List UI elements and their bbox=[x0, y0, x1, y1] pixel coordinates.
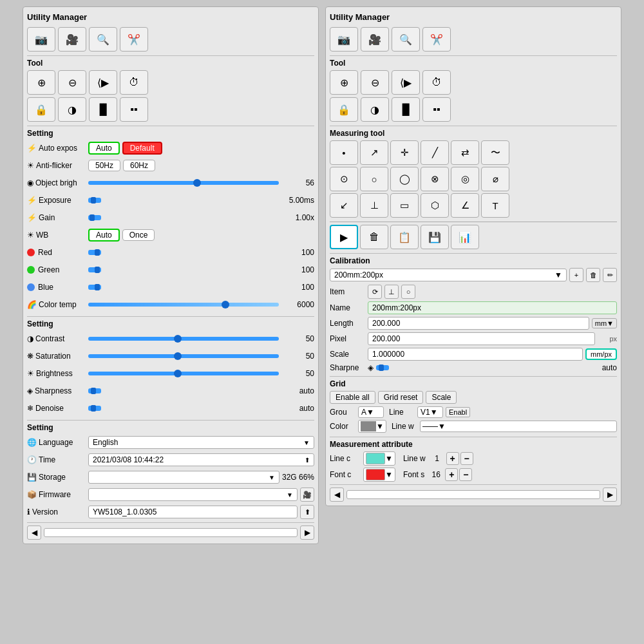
language-dropdown[interactable]: English ▼ bbox=[88, 436, 314, 449]
denoise-slider[interactable] bbox=[88, 406, 101, 411]
measure-circle2-btn[interactable]: ○ bbox=[360, 167, 388, 191]
tools-btn[interactable]: ✂️ bbox=[120, 27, 148, 52]
measure-wave-btn[interactable]: 〜 bbox=[481, 140, 509, 165]
measure-diameter-btn[interactable]: ⌀ bbox=[481, 167, 509, 191]
exposure-slider[interactable] bbox=[88, 198, 101, 203]
r-video-btn[interactable]: 🎥 bbox=[361, 27, 389, 52]
hz60-btn[interactable]: 60Hz bbox=[123, 160, 155, 171]
measure-circle1-btn[interactable]: ⊙ bbox=[330, 167, 358, 191]
font-s-minus-btn[interactable]: − bbox=[459, 468, 472, 481]
r-fit-btn[interactable]: ⟨▶ bbox=[392, 70, 420, 95]
calib-add-btn[interactable]: + bbox=[569, 268, 583, 282]
color-temp-slider[interactable] bbox=[88, 303, 279, 307]
r-brightness-btn[interactable]: ◑ bbox=[361, 97, 389, 122]
font-s-plus-btn[interactable]: + bbox=[445, 468, 458, 481]
measure-curve-btn[interactable]: ⇄ bbox=[451, 140, 479, 165]
line-dropdown[interactable]: V1 ▼ bbox=[417, 406, 443, 418]
storage-dropdown[interactable]: ▼ bbox=[88, 471, 279, 484]
red-slider[interactable] bbox=[88, 250, 101, 255]
left-nav-next[interactable]: ▶ bbox=[300, 526, 314, 540]
measure-rect-btn[interactable]: ▭ bbox=[390, 193, 419, 218]
green-slider[interactable] bbox=[88, 267, 101, 272]
default-btn[interactable]: Default bbox=[122, 142, 162, 155]
save-btn[interactable]: 💾 bbox=[421, 225, 449, 249]
length-unit-dropdown[interactable]: mm ▼ bbox=[592, 318, 617, 328]
obj-bright-slider[interactable] bbox=[88, 181, 279, 185]
measure-diagonal-btn[interactable]: ╱ bbox=[421, 140, 449, 165]
enable-toggle[interactable]: Enabl bbox=[446, 407, 470, 417]
font-c-swatch-dropdown[interactable]: ▼ bbox=[363, 468, 395, 482]
group-dropdown[interactable]: A ▼ bbox=[358, 406, 384, 418]
scale-btn[interactable]: Scale bbox=[426, 391, 457, 404]
version-action-btn[interactable]: ⬆ bbox=[300, 505, 314, 519]
item-l-btn[interactable]: ⊥ bbox=[384, 285, 399, 299]
time-value-display[interactable]: 2021/03/08 10:44:22 ⬆ bbox=[88, 453, 314, 466]
delete-btn[interactable]: 🗑 bbox=[360, 225, 388, 249]
measure-circle3-btn[interactable]: ◯ bbox=[390, 167, 419, 191]
wb-once-btn[interactable]: Once bbox=[122, 229, 155, 241]
search-btn[interactable]: 🔍 bbox=[89, 27, 117, 52]
r-zoom-out-btn[interactable]: ⊖ bbox=[361, 70, 389, 95]
video-btn[interactable]: 🎥 bbox=[58, 27, 86, 52]
lock-btn[interactable]: 🔒 bbox=[27, 97, 55, 122]
contrast-slider[interactable] bbox=[88, 337, 279, 341]
line-c-swatch-dropdown[interactable]: ▼ bbox=[363, 451, 395, 466]
blue-slider[interactable] bbox=[88, 285, 101, 290]
select-btn[interactable]: ▶ bbox=[330, 225, 358, 249]
wb-auto-btn[interactable]: Auto bbox=[88, 229, 120, 242]
calib-edit-btn[interactable]: ✏ bbox=[603, 268, 617, 282]
r-grid-btn[interactable]: ▪▪ bbox=[422, 97, 451, 122]
item-spin-btn[interactable]: ⟳ bbox=[368, 285, 382, 299]
firmware-action-btn[interactable]: 🎥 bbox=[300, 488, 314, 502]
measure-text-btn[interactable]: T bbox=[481, 193, 509, 218]
brightness-slider[interactable] bbox=[88, 372, 279, 375]
item-o-btn[interactable]: ○ bbox=[401, 285, 415, 299]
gain-slider[interactable] bbox=[88, 215, 101, 220]
zoom-out-btn[interactable]: ⊖ bbox=[58, 70, 86, 95]
split-btn[interactable]: ▐▌ bbox=[89, 97, 117, 122]
r-capture-btn[interactable]: 📷 bbox=[330, 27, 358, 52]
brightness-btn[interactable]: ◑ bbox=[58, 97, 86, 122]
saturation-slider[interactable] bbox=[88, 354, 279, 358]
firmware-dropdown[interactable]: ▼ bbox=[88, 488, 298, 501]
export-btn[interactable]: 📊 bbox=[451, 225, 479, 249]
right-nav-next[interactable]: ▶ bbox=[603, 488, 617, 502]
timer-btn[interactable]: ⏱ bbox=[120, 70, 148, 95]
auto-btn[interactable]: Auto bbox=[88, 142, 120, 155]
right-nav-prev[interactable]: ◀ bbox=[330, 488, 344, 502]
sharpness-slider[interactable] bbox=[88, 388, 101, 393]
color-swatch-dropdown[interactable]: ▼ bbox=[358, 420, 386, 433]
r-lock-btn[interactable]: 🔒 bbox=[330, 97, 358, 122]
r-split-btn[interactable]: ▐▌ bbox=[392, 97, 420, 122]
measure-point-btn[interactable]: • bbox=[330, 140, 358, 165]
line-w-minus-btn[interactable]: − bbox=[460, 452, 473, 465]
enable-all-btn[interactable]: Enable all bbox=[330, 391, 375, 404]
hz50-btn[interactable]: 50Hz bbox=[88, 160, 120, 171]
length-input[interactable] bbox=[368, 317, 589, 330]
r-tools-btn[interactable]: ✂️ bbox=[422, 27, 451, 52]
measure-target-btn[interactable]: ⊗ bbox=[421, 167, 449, 191]
measure-arrow-btn[interactable]: ↙ bbox=[330, 193, 358, 218]
zoom-in-btn[interactable]: ⊕ bbox=[27, 70, 55, 95]
scale-input[interactable] bbox=[368, 348, 583, 361]
line-w-plus-btn[interactable]: + bbox=[446, 452, 459, 465]
fit-btn[interactable]: ⟨▶ bbox=[89, 70, 117, 95]
calib-dropdown[interactable]: 200mm:200px ▼ bbox=[330, 269, 567, 281]
measure-angle-btn[interactable]: ∠ bbox=[451, 193, 479, 218]
measure-perp-btn[interactable]: ⊥ bbox=[360, 193, 388, 218]
pixel-input[interactable] bbox=[368, 332, 595, 345]
line-width-dropdown[interactable]: —— ▼ bbox=[420, 421, 617, 432]
measure-cross-btn[interactable]: ✛ bbox=[390, 140, 419, 165]
name-input[interactable] bbox=[368, 301, 617, 314]
grid-reset-btn[interactable]: Grid reset bbox=[378, 391, 424, 404]
copy-btn[interactable]: 📋 bbox=[390, 225, 419, 249]
measure-bullseye-btn[interactable]: ◎ bbox=[451, 167, 479, 191]
left-nav-prev[interactable]: ◀ bbox=[27, 526, 41, 540]
r-zoom-in-btn[interactable]: ⊕ bbox=[330, 70, 358, 95]
calib-del-btn[interactable]: 🗑 bbox=[586, 268, 600, 282]
r-search-btn[interactable]: 🔍 bbox=[392, 27, 420, 52]
measure-line-btn[interactable]: ↗ bbox=[360, 140, 388, 165]
r-timer-btn[interactable]: ⏱ bbox=[422, 70, 451, 95]
capture-btn[interactable]: 📷 bbox=[27, 27, 55, 52]
grid-btn[interactable]: ▪▪ bbox=[120, 97, 148, 122]
